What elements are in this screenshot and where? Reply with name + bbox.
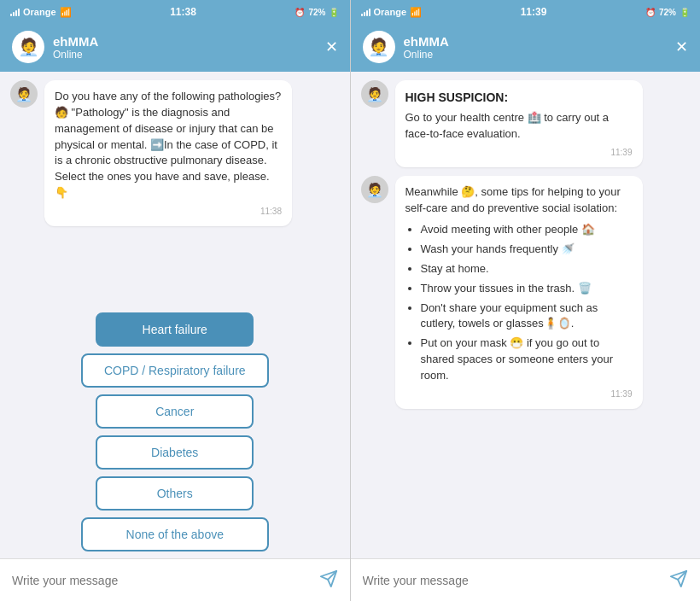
battery-percent-left: 72% [308,8,325,17]
list-item: Stay at home. [421,261,633,277]
choice-none[interactable]: None of the above [81,517,269,551]
message-input-right[interactable] [363,574,662,587]
avatar-right: 🧑‍💼 [363,31,395,63]
bot-status-right: Online [404,49,449,61]
suspicion-bubble: HIGH SUSPICION: Go to your health centre… [395,80,643,167]
battery-percent-right: 72% [659,8,676,17]
suspicion-time: 11:39 [405,147,633,160]
send-button-right[interactable] [669,569,688,591]
battery-info-left: ⏰ 72% 🔋 [295,8,339,17]
time-left: 11:38 [170,6,196,18]
close-button-right[interactable]: ✕ [675,39,688,55]
battery-icon-left: 🔋 [329,8,339,17]
send-button-left[interactable] [319,569,338,591]
tips-time: 11:39 [405,388,633,401]
bot-message-tips: 🧑‍💼 Meanwhile 🤔, some tips for helping t… [361,176,691,409]
alarm-icon-right: ⏰ [645,8,656,17]
carrier-name-right: Orange [374,7,407,17]
list-item: Throw your tissues in the trash. 🗑️ [421,281,633,297]
bot-avatar-left: 🧑‍💼 [10,80,38,108]
tips-list: Avoid meeting with other people 🏠 Wash y… [405,222,633,384]
tips-intro: Meanwhile 🤔, some tips for helping to yo… [405,185,621,214]
bot-status-left: Online [53,49,98,61]
tips-bubble: Meanwhile 🤔, some tips for helping to yo… [395,176,643,409]
bot-avatar-right1: 🧑‍💼 [361,80,388,108]
bot-name-left: ehMMA [53,34,98,49]
choice-diabetes[interactable]: Diabetes [96,435,254,470]
header-info-left: 🧑‍💼 ehMMA Online [12,31,98,63]
choice-heart-failure[interactable]: Heart failure [96,312,254,347]
suspicion-text: Go to your health centre 🏥 to carry out … [405,111,610,140]
header-info-right: 🧑‍💼 ehMMA Online [363,31,449,63]
input-bar-left [0,558,350,601]
choices-area: Heart failure COPD / Respiratory failure… [0,309,350,558]
message-bubble-left: Do you have any of the following patholo… [44,80,292,226]
battery-icon-right: 🔋 [680,8,690,17]
header-text-left: ehMMA Online [53,34,98,61]
wifi-icon-left: 📶 [60,7,72,18]
bot-message-left: 🧑‍💼 Do you have any of the following pat… [10,80,340,226]
input-bar-right [351,558,701,601]
choice-others[interactable]: Others [96,476,254,511]
message-text-left: Do you have any of the following patholo… [55,90,281,199]
carrier-info-left: Orange 📶 [10,7,72,18]
signal-icon-right [361,8,370,16]
alarm-icon-left: ⏰ [295,8,305,17]
right-screen: Orange 📶 11:39 ⏰ 72% 🔋 🧑‍💼 ehMMA Online … [351,0,701,601]
message-input-left[interactable] [12,574,311,587]
carrier-info-right: Orange 📶 [361,7,423,18]
header-text-right: ehMMA Online [404,34,449,61]
carrier-name-left: Orange [23,7,56,17]
chat-area-right: 🧑‍💼 HIGH SUSPICION: Go to your health ce… [351,72,701,558]
avatar-left: 🧑‍💼 [12,31,44,63]
list-item: Put on your mask 😷 if you go out to shar… [421,336,633,384]
bot-avatar-right2: 🧑‍💼 [361,176,388,203]
chat-area-left: 🧑‍💼 Do you have any of the following pat… [0,72,350,309]
choice-cancer[interactable]: Cancer [96,394,254,429]
time-right: 11:39 [521,6,547,18]
left-screen: Orange 📶 11:38 ⏰ 72% 🔋 🧑‍💼 ehMMA Online … [0,0,350,601]
list-item: Avoid meeting with other people 🏠 [421,222,633,238]
wifi-icon-right: 📶 [410,7,422,18]
close-button-left[interactable]: ✕ [325,39,338,55]
suspicion-title: HIGH SUSPICION: [405,89,633,106]
signal-icon [10,8,20,16]
list-item: Don't share your equipment such as cutle… [421,300,633,333]
message-time-left: 11:38 [55,206,282,219]
bot-message-suspicion: 🧑‍💼 HIGH SUSPICION: Go to your health ce… [361,80,691,167]
chat-header-right: 🧑‍💼 ehMMA Online ✕ [351,24,701,72]
bot-name-right: ehMMA [404,34,449,49]
choice-copd[interactable]: COPD / Respiratory failure [81,353,269,388]
list-item: Wash your hands frequently 🚿 [421,242,633,258]
status-bar-left: Orange 📶 11:38 ⏰ 72% 🔋 [0,0,350,24]
battery-info-right: ⏰ 72% 🔋 [645,8,690,17]
status-bar-right: Orange 📶 11:39 ⏰ 72% 🔋 [351,0,701,24]
chat-header-left: 🧑‍💼 ehMMA Online ✕ [0,24,350,72]
